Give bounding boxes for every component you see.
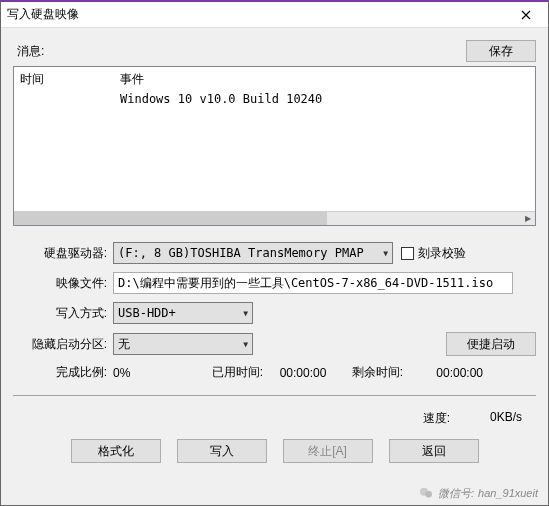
elapsed-value: 00:00:00 xyxy=(263,366,343,380)
window-title: 写入硬盘映像 xyxy=(7,6,510,23)
footer-id: han_91xueit xyxy=(478,487,538,499)
hidden-partition-select[interactable]: 无 ▼ xyxy=(113,333,253,355)
footer-prefix: 微信号: xyxy=(438,486,474,501)
divider xyxy=(13,395,536,396)
partition-value: 无 xyxy=(118,336,130,353)
format-button[interactable]: 格式化 xyxy=(71,439,161,463)
chevron-down-icon: ▼ xyxy=(243,309,248,318)
progress-value: 0% xyxy=(113,366,203,380)
col-time-header: 时间 xyxy=(20,71,120,88)
table-header: 时间 事件 xyxy=(14,67,535,92)
scroll-right-icon[interactable]: ▶ xyxy=(521,212,535,225)
table-row: Windows 10 v10.0 Build 10240 xyxy=(20,92,529,106)
image-label: 映像文件: xyxy=(13,275,113,292)
verify-label: 刻录校验 xyxy=(418,245,466,262)
image-path-input[interactable]: D:\编程中需要用到的一些工具\CentOS-7-x86_64-DVD-1511… xyxy=(113,272,513,294)
col-event-header: 事件 xyxy=(120,71,529,88)
drive-value: (F:, 8 GB)TOSHIBA TransMemory PMAP xyxy=(118,246,364,260)
scroll-thumb[interactable] xyxy=(14,212,327,225)
write-button[interactable]: 写入 xyxy=(177,439,267,463)
close-icon xyxy=(521,10,531,20)
titlebar: 写入硬盘映像 xyxy=(1,2,548,28)
drive-label: 硬盘驱动器: xyxy=(13,245,113,262)
drive-select[interactable]: (F:, 8 GB)TOSHIBA TransMemory PMAP ▼ xyxy=(113,242,393,264)
partition-label: 隐藏启动分区: xyxy=(13,336,113,353)
dialog-content: 消息: 保存 时间 事件 Windows 10 v10.0 Build 1024… xyxy=(1,28,548,475)
write-method-select[interactable]: USB-HDD+ ▼ xyxy=(113,302,253,324)
table-body: Windows 10 v10.0 Build 10240 xyxy=(14,92,535,211)
remain-value: 00:00:00 xyxy=(403,366,483,380)
svg-point-1 xyxy=(425,491,432,498)
close-button[interactable] xyxy=(510,4,542,26)
progress-label: 完成比例: xyxy=(13,364,113,381)
speed-label: 速度: xyxy=(423,410,450,427)
elapsed-label: 已用时间: xyxy=(203,364,263,381)
chevron-down-icon: ▼ xyxy=(383,249,388,258)
messages-label: 消息: xyxy=(17,43,466,60)
portable-boot-button[interactable]: 便捷启动 xyxy=(446,332,536,356)
cell-event: Windows 10 v10.0 Build 10240 xyxy=(120,92,529,106)
horizontal-scrollbar[interactable]: ◀ ▶ xyxy=(14,211,535,225)
action-buttons: 格式化 写入 终止[A] 返回 xyxy=(13,439,536,463)
save-button[interactable]: 保存 xyxy=(466,40,536,62)
wechat-icon xyxy=(418,485,434,501)
remain-label: 剩余时间: xyxy=(343,364,403,381)
cell-time xyxy=(20,92,120,106)
verify-checkbox[interactable] xyxy=(401,247,414,260)
footer-watermark: 微信号: han_91xueit xyxy=(418,485,538,501)
method-value: USB-HDD+ xyxy=(118,306,176,320)
messages-table: 时间 事件 Windows 10 v10.0 Build 10240 ◀ ▶ xyxy=(13,66,536,226)
write-disk-image-dialog: 写入硬盘映像 消息: 保存 时间 事件 Windows 10 v10.0 Bui… xyxy=(0,0,549,506)
abort-button: 终止[A] xyxy=(283,439,373,463)
image-path-value: D:\编程中需要用到的一些工具\CentOS-7-x86_64-DVD-1511… xyxy=(118,275,493,292)
method-label: 写入方式: xyxy=(13,305,113,322)
speed-row: 速度: 0KB/s xyxy=(13,410,536,427)
verify-checkbox-wrap[interactable]: 刻录校验 xyxy=(401,245,466,262)
chevron-down-icon: ▼ xyxy=(243,340,248,349)
back-button[interactable]: 返回 xyxy=(389,439,479,463)
speed-value: 0KB/s xyxy=(490,410,522,427)
form-area: 硬盘驱动器: (F:, 8 GB)TOSHIBA TransMemory PMA… xyxy=(13,242,536,381)
